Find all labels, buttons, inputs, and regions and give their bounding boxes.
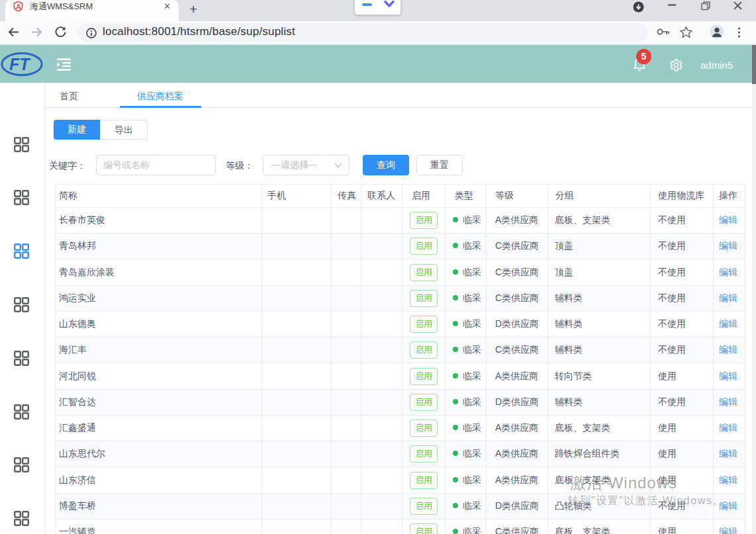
svg-text:FT: FT	[9, 55, 31, 73]
svg-text:A: A	[16, 3, 21, 11]
